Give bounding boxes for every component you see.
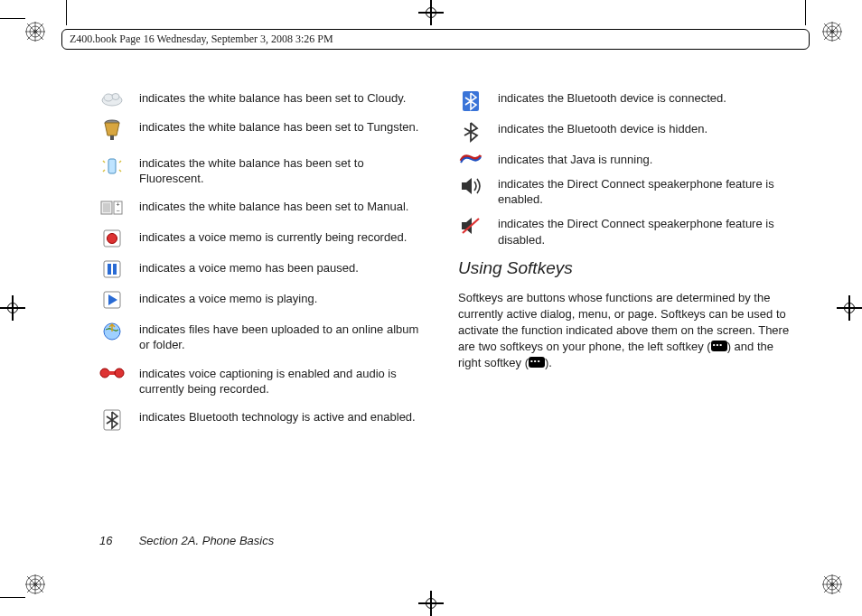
- left-column: indicates the white balance has been set…: [99, 90, 431, 544]
- icon-desc: indicates the Bluetooth device is connec…: [498, 90, 790, 106]
- svg-marker-56: [462, 178, 472, 194]
- page-number: 16: [99, 534, 136, 547]
- build-stamp: Z400.book Page 16 Wednesday, September 3…: [61, 29, 810, 50]
- icon-desc: indicates Bluetooth technology is active…: [139, 409, 431, 425]
- speakerphone-on-icon: [458, 176, 483, 196]
- registration-mark-icon: [822, 574, 842, 594]
- svg-rect-47: [113, 264, 117, 275]
- svg-text:+: +: [116, 201, 119, 208]
- svg-line-34: [103, 161, 105, 163]
- registration-mark-icon: [25, 574, 45, 594]
- svg-point-29: [104, 94, 113, 101]
- section-heading: Using Softkeys: [458, 258, 790, 278]
- icon-desc: indicates the white balance has been set…: [139, 155, 431, 186]
- section-label: Section 2A. Phone Basics: [139, 534, 275, 547]
- pause-icon: [99, 260, 125, 278]
- icon-desc: indicates a voice memo is currently bein…: [139, 229, 431, 245]
- icon-desc: indicates that Java is running.: [498, 152, 790, 167]
- icon-desc: indicates a voice memo is playing.: [139, 291, 431, 306]
- icon-desc: indicates the white balance has been set…: [139, 119, 431, 135]
- left-softkey-icon: [711, 341, 727, 351]
- manual-wb-icon: +−: [99, 199, 125, 217]
- bluetooth-hidden-icon: [458, 121, 483, 143]
- bluetooth-icon: [99, 409, 125, 431]
- cloud-icon: [99, 90, 125, 107]
- svg-rect-33: [108, 159, 116, 173]
- svg-rect-32: [110, 135, 114, 140]
- java-icon: [458, 152, 483, 164]
- registration-mark-icon: [822, 22, 842, 42]
- svg-line-35: [103, 170, 105, 172]
- svg-point-44: [108, 234, 117, 244]
- fluorescent-icon: [99, 155, 125, 177]
- icon-desc: indicates the Direct Connect speakerphon…: [498, 176, 790, 207]
- icon-desc: indicates the Bluetooth device is hidden…: [498, 121, 790, 136]
- icon-desc: indicates the Direct Connect speakerphon…: [498, 216, 790, 247]
- icon-desc: indicates a voice memo has been paused.: [139, 260, 431, 275]
- svg-point-53: [115, 369, 124, 378]
- page-footer: 16 Section 2A. Phone Basics: [99, 534, 274, 547]
- bluetooth-connected-icon: [458, 90, 483, 112]
- tungsten-icon: [99, 119, 125, 143]
- softkeys-text-post: ).: [545, 356, 552, 369]
- right-column: indicates the Bluetooth device is connec…: [458, 90, 790, 544]
- svg-rect-45: [104, 261, 120, 277]
- icon-desc: indicates files have been uploaded to an…: [139, 322, 431, 352]
- svg-text:−: −: [116, 208, 119, 214]
- svg-line-36: [119, 161, 121, 163]
- svg-line-37: [119, 170, 121, 172]
- icon-desc: indicates the white balance has been set…: [139, 90, 431, 106]
- icon-desc: indicates the white balance has been set…: [139, 199, 431, 214]
- build-stamp-text: Z400.book Page 16 Wednesday, September 3…: [70, 33, 333, 45]
- softkeys-paragraph: Softkeys are buttons whose functions are…: [458, 290, 790, 371]
- svg-rect-39: [103, 203, 110, 212]
- svg-point-30: [112, 94, 119, 100]
- speakerphone-off-icon: [458, 216, 483, 236]
- registration-mark-icon: [25, 22, 45, 42]
- globe-upload-icon: [99, 322, 125, 341]
- icon-desc: indicates voice captioning is enabled an…: [139, 366, 431, 397]
- record-icon: [99, 229, 125, 247]
- svg-rect-46: [108, 264, 111, 275]
- right-softkey-icon: [529, 357, 545, 368]
- play-icon: [99, 291, 125, 309]
- svg-point-51: [100, 369, 109, 378]
- voice-caption-icon: [99, 366, 125, 380]
